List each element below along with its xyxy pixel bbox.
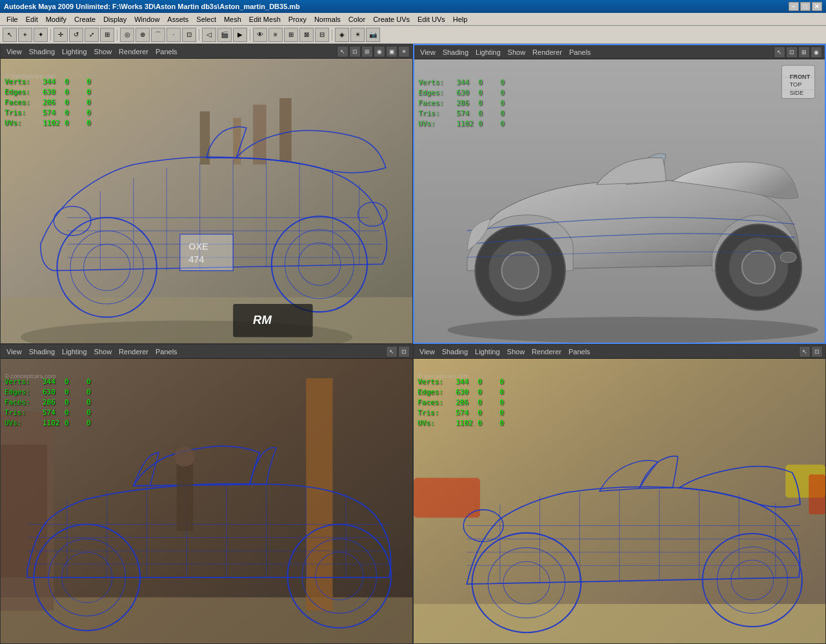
vp-tr-lighting[interactable]: Lighting (472, 48, 504, 57)
vp-tr-view[interactable]: View (417, 48, 439, 57)
viewport-bottom-left[interactable]: View Shading Lighting Show Renderer Pane… (0, 344, 413, 644)
vp-tl-show[interactable]: Show (91, 47, 116, 56)
vp-br-renderer[interactable]: Renderer (529, 347, 565, 356)
vp-bl-panels[interactable]: Panels (152, 347, 181, 356)
vp-br-btn-select[interactable]: ↖ (799, 346, 811, 357)
vp-tr-panels[interactable]: Panels (566, 48, 594, 57)
vp-tl-lighting[interactable]: Lighting (59, 47, 90, 56)
menu-editmesh[interactable]: Edit Mesh (245, 14, 285, 25)
ipr-btn[interactable]: ▶ (233, 28, 247, 42)
snap-grid-btn[interactable]: ⊕ (136, 28, 150, 42)
vp-br-stats: Verts: 344 0 0 Edges: 630 0 0 Faces: 286… (418, 377, 519, 428)
maximize-button[interactable]: □ (800, 2, 811, 11)
svg-rect-53 (1, 445, 47, 578)
vp-bl-renderer[interactable]: Renderer (116, 347, 152, 356)
vp-br-panels[interactable]: Panels (565, 347, 594, 356)
snap-view-btn[interactable]: ⊡ (182, 28, 196, 42)
vp-tr-btn-smooth[interactable]: ◉ (811, 46, 822, 58)
select-tool-btn[interactable]: ↖ (3, 28, 17, 42)
vp-tl-btn-smooth[interactable]: ◉ (374, 46, 385, 57)
vp-tr-btn-select[interactable]: ↖ (774, 46, 785, 58)
vp-bl-btn-camera[interactable]: ⊡ (398, 346, 410, 357)
vp-tl-toolbar: View Shading Lighting Show Renderer Pane… (1, 45, 412, 59)
vp-br-shading[interactable]: Shading (439, 347, 471, 356)
vp-br-btn-camera[interactable]: ⊡ (811, 346, 823, 357)
vp-tl-view[interactable]: View (3, 47, 25, 56)
close-button[interactable]: ✕ (812, 2, 822, 11)
vp-tl-canvas: OXE 474 RM © conceptcars.com Verts: 344 … (1, 59, 412, 343)
vp-tl-btn-tex[interactable]: ▣ (386, 46, 398, 57)
vp-tl-stats: Verts: 344 0 0 Edges: 630 0 0 Faces: 286… (5, 77, 106, 128)
outliner-btn[interactable]: ⊞ (284, 28, 298, 42)
menu-create[interactable]: Create (70, 14, 99, 25)
snap-curve-btn[interactable]: ⌒ (151, 28, 165, 42)
vp-tr-renderer[interactable]: Renderer (529, 48, 565, 57)
menu-mesh[interactable]: Mesh (220, 14, 245, 25)
history-btn[interactable]: ◁ (202, 28, 216, 42)
svg-text:SIDE: SIDE (790, 90, 804, 96)
lasso-tool-btn[interactable]: ⌖ (18, 28, 32, 42)
camera-btn[interactable]: 📷 (366, 28, 380, 42)
vp-br-show[interactable]: Show (504, 347, 529, 356)
menu-edit[interactable]: Edit (22, 14, 42, 25)
vp-tl-btn-camera[interactable]: ⊡ (349, 46, 361, 57)
vp-tl-btn-wire[interactable]: ⊞ (361, 46, 373, 57)
vp-bl-view[interactable]: View (3, 347, 25, 356)
menu-modify[interactable]: Modify (42, 14, 70, 25)
svg-rect-80 (414, 478, 480, 518)
show-hide-btn[interactable]: 👁 (253, 28, 267, 42)
vp-tr-show[interactable]: Show (505, 48, 529, 57)
menu-proxy[interactable]: Proxy (285, 14, 310, 25)
vp-tl-panels[interactable]: Panels (152, 47, 181, 56)
transform-tool-btn[interactable]: ⊞ (100, 28, 114, 42)
menu-edituvs[interactable]: Edit UVs (414, 14, 449, 25)
menu-display[interactable]: Display (99, 14, 130, 25)
soft-select-btn[interactable]: ◎ (120, 28, 134, 42)
node-editor-btn[interactable]: ◈ (335, 28, 349, 42)
menu-createuvs[interactable]: Create UVs (369, 14, 414, 25)
menu-assets[interactable]: Assets (163, 14, 192, 25)
menu-bar: File Edit Modify Create Display Window A… (0, 13, 826, 26)
vp-br-view[interactable]: View (416, 347, 438, 356)
menu-file[interactable]: File (3, 14, 22, 25)
vp-bl-lighting[interactable]: Lighting (59, 347, 90, 356)
svg-text:OXE: OXE (188, 241, 208, 252)
vp-tr-shading[interactable]: Shading (439, 48, 472, 57)
light-btn[interactable]: ☀ (350, 28, 365, 42)
minimize-button[interactable]: − (789, 2, 799, 11)
menu-color[interactable]: Color (345, 14, 369, 25)
vp-tl-btn-light[interactable]: ☀ (398, 46, 410, 57)
vp-br-toolbar: View Shading Lighting Show Renderer Pane… (414, 345, 825, 359)
render-btn[interactable]: 🎬 (217, 28, 232, 42)
vp-tr-btn-camera[interactable]: ⊡ (786, 46, 798, 58)
viewport-top-left[interactable]: View Shading Lighting Show Renderer Pane… (0, 44, 413, 344)
svg-text:TOP: TOP (790, 81, 802, 88)
attr-btn[interactable]: ⊟ (315, 28, 329, 42)
rotate-tool-btn[interactable]: ↺ (69, 28, 83, 42)
vp-bl-show[interactable]: Show (91, 347, 116, 356)
vp-br-lighting[interactable]: Lighting (472, 347, 503, 356)
vp-tr-btn-wire[interactable]: ⊞ (798, 46, 810, 58)
vp-bl-btn-select[interactable]: ↖ (386, 346, 398, 357)
display-layer-btn[interactable]: ≡ (268, 28, 283, 42)
viewport-bottom-right[interactable]: View Shading Lighting Show Renderer Pane… (413, 344, 826, 644)
menu-help[interactable]: Help (449, 14, 472, 25)
menu-select[interactable]: Select (192, 14, 220, 25)
paint-tool-btn[interactable]: ✦ (34, 28, 48, 42)
vp-tl-shading[interactable]: Shading (26, 47, 58, 56)
vp-tl-btn-select[interactable]: ↖ (337, 46, 348, 57)
vp-tl-renderer[interactable]: Renderer (116, 47, 152, 56)
vp-bl-shading[interactable]: Shading (26, 347, 58, 356)
vp-tr-stats: Verts: 344 0 0 Edges: 630 0 0 Faces: 286… (418, 77, 519, 129)
svg-rect-6 (279, 98, 292, 161)
menu-window[interactable]: Window (130, 14, 163, 25)
move-tool-btn[interactable]: ✛ (54, 28, 68, 42)
vp-tr-canvas: FRONT TOP SIDE Verts: 344 0 0 Edges: 630… (414, 59, 825, 343)
menu-normals[interactable]: Normals (310, 14, 345, 25)
scale-tool-btn[interactable]: ⤢ (85, 28, 99, 42)
svg-point-73 (175, 447, 195, 467)
snap-point-btn[interactable]: · (166, 28, 181, 42)
channel-btn[interactable]: ⊠ (299, 28, 314, 42)
viewport-top-right[interactable]: View Shading Lighting Show Renderer Pane… (413, 44, 826, 344)
svg-rect-5 (253, 105, 267, 165)
